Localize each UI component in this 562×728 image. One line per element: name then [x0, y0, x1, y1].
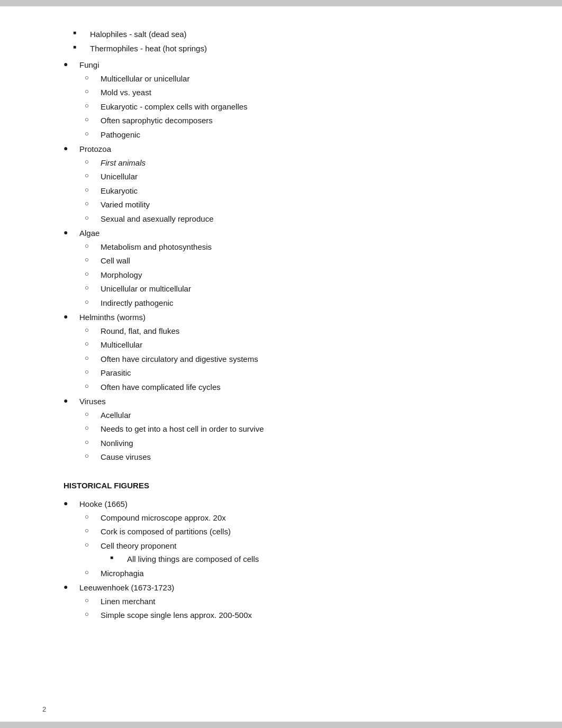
list-item-protozoa: Protozoa First animals Unicellular Eukar…	[64, 142, 498, 225]
list-item: Cork is composed of partitions (cells)	[79, 525, 498, 539]
list-item: Often saprophytic decomposers	[79, 114, 498, 128]
list-item-algae: Algae Metabolism and photosynthesis Cell…	[64, 226, 498, 310]
list-item-hooke: Hooke (1665) Compound microscope approx.…	[64, 497, 498, 580]
list-item: Pathogenic	[79, 128, 498, 142]
list-item: Sexual and asexually reproduce	[79, 212, 498, 226]
list-item: Thermophiles - heat (hot springs)	[64, 42, 498, 56]
list-item: Eukaryotic - complex cells with organell…	[79, 100, 498, 114]
page: Halophiles - salt (dead sea) Thermophile…	[0, 0, 562, 728]
list-item: Round, flat, and flukes	[79, 324, 498, 338]
content: Halophiles - salt (dead sea) Thermophile…	[0, 6, 562, 655]
list-item: Cause viruses	[79, 450, 498, 464]
list-item: Unicellular or multicellular	[79, 282, 498, 296]
list-item: Halophiles - salt (dead sea)	[64, 28, 498, 41]
list-item: Needs to get into a host cell in order t…	[79, 422, 498, 436]
list-item: Often have circulatory and digestive sys…	[79, 352, 498, 366]
page-number: 2	[42, 705, 46, 713]
top-bar	[0, 0, 562, 6]
list-item: Nonliving	[79, 436, 498, 450]
list-item: Multicellular or unicellular	[79, 72, 498, 86]
list-item: Simple scope single lens approx. 200-500…	[79, 608, 498, 622]
list-item: Linen merchant	[79, 595, 498, 608]
list-item-viruses: Viruses Acellular Needs to get into a ho…	[64, 395, 498, 464]
list-item: All living things are composed of cells	[101, 552, 498, 566]
list-item: Microphagia	[79, 567, 498, 580]
intro-list: Halophiles - salt (dead sea) Thermophile…	[64, 28, 498, 622]
list-item: Parasitic	[79, 366, 498, 380]
list-item: Often have complicated life cycles	[79, 380, 498, 394]
list-item: Metabolism and photosynthesis	[79, 240, 498, 254]
list-item: Indirectly pathogenic	[79, 296, 498, 310]
list-item: First animals	[79, 156, 498, 170]
list-item: Acellular	[79, 408, 498, 422]
list-item: Compound microscope approx. 20x	[79, 511, 498, 525]
list-item-fungi: Fungi Multicellular or unicellular Mold …	[64, 58, 498, 141]
historical-figures-heading: HISTORICAL FIGURES	[64, 479, 498, 493]
bottom-bar	[0, 722, 562, 728]
list-item-leeuwenhoek: Leeuwenhoek (1673-1723) Linen merchant S…	[64, 581, 498, 622]
list-item: Eukaryotic	[79, 184, 498, 198]
list-item: Cell theory proponent All living things …	[79, 539, 498, 566]
list-item: Morphology	[79, 268, 498, 282]
list-item: Mold vs. yeast	[79, 86, 498, 99]
list-item: Multicellular	[79, 338, 498, 352]
list-item: Varied motility	[79, 198, 498, 212]
list-item: Unicellular	[79, 170, 498, 184]
list-item: Cell wall	[79, 254, 498, 268]
list-item-helminths: Helminths (worms) Round, flat, and fluke…	[64, 311, 498, 394]
